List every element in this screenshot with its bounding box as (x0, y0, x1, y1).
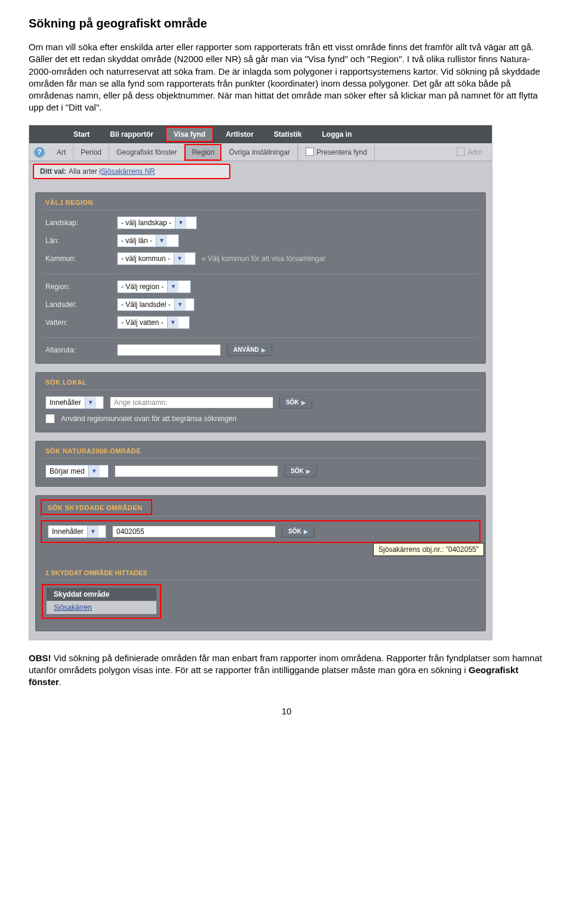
label-region: Region: (45, 283, 111, 291)
lokal-panel-title: SÖK LOKAL (36, 373, 485, 388)
result-header: Skyddat område (47, 588, 156, 601)
input-protected[interactable] (112, 526, 276, 538)
lokal-row: Innehåller ▼ SÖK ▶ (36, 394, 485, 412)
app-screenshot: Start Bli rapportör Visa fynd Artlistor … (29, 125, 492, 640)
label-vatten: Vatten: (45, 318, 111, 327)
protected-panel: SÖK SKYDDADE OMRÅDEN Innehåller ▼ SÖK ▶ … (35, 495, 486, 631)
row-lan: Län: - välj län - ▼ (36, 232, 485, 250)
search-n2000-label: SÖK (291, 468, 304, 474)
result-row: Sjösakärren (47, 601, 156, 614)
row-region: Region: - Välj region - ▼ (36, 278, 485, 296)
region-panel-title: VÄLJ REGION (36, 193, 485, 208)
row-kommun: Kommun: - välj kommun - ▼ « Välj kommun … (36, 250, 485, 268)
label-atlasruta: Atlasruta: (45, 346, 111, 354)
result-link[interactable]: Sjösakärren (54, 603, 92, 612)
select-n2000-mode[interactable]: Börjar med ▼ (45, 465, 109, 478)
select-lokal-mode[interactable]: Innehåller ▼ (45, 396, 104, 409)
chevron-down-icon: ▼ (167, 317, 178, 329)
obs-prefix: OBS! (29, 653, 51, 663)
chevron-down-icon: ▼ (175, 217, 186, 229)
input-n2000[interactable] (115, 465, 278, 477)
help-icon[interactable]: ? (34, 147, 45, 158)
intro-paragraph: Om man vill söka efter enskilda arter el… (29, 41, 544, 114)
chevron-down-icon: ▼ (88, 465, 100, 477)
nav-visa-fynd[interactable]: Visa fynd (165, 127, 214, 142)
select-region[interactable]: - Välj region - ▼ (117, 280, 191, 293)
select-lokal-mode-value: Innehåller (50, 398, 81, 407)
nav-logga-in[interactable]: Logga in (314, 127, 361, 142)
use-button[interactable]: ANVÄND ▶ (227, 344, 272, 356)
select-landsdel-value: - Välj landsdel - (121, 300, 171, 309)
region-panel: VÄLJ REGION Landskap: - välj landskap - … (35, 192, 486, 364)
row-atlasruta: Atlasruta: ANVÄND ▶ (36, 342, 485, 363)
triangle-right-icon: ▶ (301, 400, 306, 406)
select-lan[interactable]: - välj län - ▼ (117, 234, 179, 247)
chevron-down-icon: ▼ (167, 281, 178, 293)
search-n2000-button[interactable]: SÖK ▶ (284, 465, 317, 477)
page-number: 10 (29, 706, 544, 716)
input-atlasruta[interactable] (117, 344, 221, 356)
label-landsdel: Landsdel: (45, 300, 111, 309)
chevron-down-icon: ▼ (156, 235, 167, 247)
pencil-icon (457, 148, 465, 156)
tab-geografiskt-fonster[interactable]: Geografiskt fönster (109, 144, 184, 161)
lokal-checkbox-row: Använd regionsurvalet ovan för att begrä… (36, 412, 485, 426)
result-count-title: 1 SKYDDAT OMRÅDE HITTADES (36, 563, 485, 579)
obs-text: Vid sökning på definierade områden får m… (29, 653, 542, 675)
chevron-down-icon: ▼ (174, 253, 185, 265)
chevron-down-icon: ▼ (174, 299, 186, 311)
n2000-row: Börjar med ▼ SÖK ▶ (36, 462, 485, 480)
tab-region[interactable]: Region (184, 144, 221, 161)
select-kommun-value: - välj kommun - (121, 254, 170, 263)
obs-suffix: . (59, 677, 61, 687)
top-nav: Start Bli rapportör Visa fynd Artlistor … (29, 125, 492, 143)
selection-bar: Ditt val: Alla arter i Sjösakärrens NR (29, 161, 492, 184)
nav-artlistor[interactable]: Artlistor (217, 127, 262, 142)
select-n2000-mode-value: Börjar med (50, 467, 85, 475)
n2000-panel: SÖK NATURA2000-OMRÅDE Börjar med ▼ SÖK ▶ (35, 441, 486, 487)
nav-statistik[interactable]: Statistik (266, 127, 310, 142)
tab-adm[interactable]: Adm (449, 144, 489, 161)
search-lokal-button[interactable]: SÖK ▶ (279, 397, 312, 409)
select-vatten[interactable]: - Välj vatten - ▼ (117, 316, 190, 329)
search-lokal-label: SÖK (286, 399, 299, 406)
tab-ovriga[interactable]: Övriga inställningar (221, 144, 298, 161)
triangle-right-icon: ▶ (306, 468, 310, 474)
tab-period[interactable]: Period (73, 144, 109, 161)
select-lan-value: - välj län - (121, 237, 152, 245)
selection-label: Ditt val: (40, 167, 66, 176)
sub-tab-bar: ? Art Period Geografiskt fönster Region … (29, 143, 492, 161)
select-landskap-value: - välj landskap - (121, 219, 171, 227)
tab-art[interactable]: Art (50, 144, 73, 161)
chevron-down-icon: ▼ (85, 397, 96, 409)
select-vatten-value: - Välj vatten - (121, 318, 164, 327)
input-lokalnamn[interactable] (110, 397, 273, 409)
search-protected-button[interactable]: SÖK ▶ (282, 526, 315, 538)
selection-link[interactable]: Sjösakärrens NR (101, 167, 155, 176)
select-landsdel[interactable]: - Välj landsdel - ▼ (117, 298, 195, 311)
triangle-right-icon: ▶ (304, 529, 308, 535)
label-kommun: Kommun: (45, 254, 111, 263)
tab-presentera-fynd[interactable]: Presentera fynd (298, 144, 375, 161)
select-protected-mode[interactable]: Innehåller ▼ (48, 525, 106, 538)
result-block: Skyddat område Sjösakärren (42, 584, 479, 619)
nav-bli-rapportor[interactable]: Bli rapportör (101, 127, 162, 142)
document-icon (306, 148, 314, 156)
select-landskap[interactable]: - välj landskap - ▼ (117, 216, 197, 229)
checkbox-regionsurval[interactable] (45, 414, 55, 423)
triangle-right-icon: ▶ (261, 347, 266, 353)
select-protected-mode-value: Innehåller (52, 527, 84, 536)
select-kommun[interactable]: - välj kommun - ▼ (117, 252, 196, 265)
n2000-panel-title: SÖK NATURA2000-OMRÅDE (36, 441, 485, 457)
result-box: Skyddat område Sjösakärren (42, 584, 161, 619)
kommun-hint: « Välj kommun för att visa församlingar (202, 254, 325, 263)
obs-paragraph: OBS! Vid sökning på definierade områden … (29, 652, 544, 689)
row-vatten: Vatten: - Välj vatten - ▼ (36, 314, 485, 331)
lokal-panel: SÖK LOKAL Innehåller ▼ SÖK ▶ Använd regi… (35, 372, 486, 432)
use-button-label: ANVÄND (233, 346, 259, 353)
tooltip: Sjösakärrens obj.nr.: "0402055" (373, 543, 484, 556)
checkbox-label: Använd regionsurvalet ovan för att begrä… (61, 415, 236, 423)
page-heading: Sökning på geografiskt område (29, 17, 544, 30)
nav-start[interactable]: Start (65, 127, 98, 142)
search-protected-label: SÖK (288, 528, 301, 535)
